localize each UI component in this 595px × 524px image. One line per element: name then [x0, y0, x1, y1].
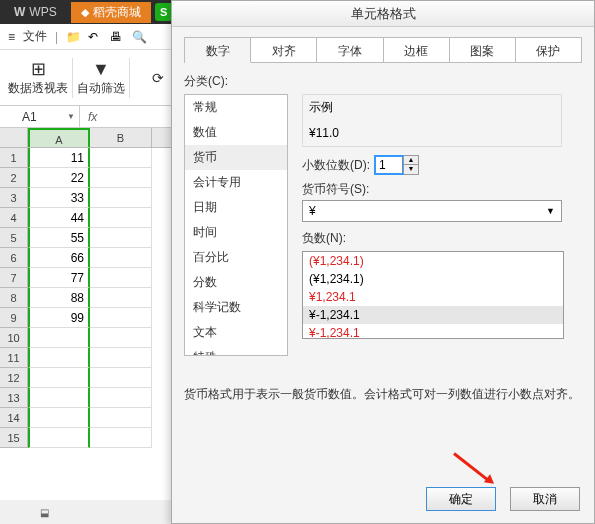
wps-brand[interactable]: W WPS: [4, 3, 67, 21]
dialog-tab[interactable]: 字体: [317, 38, 383, 62]
cell[interactable]: [90, 208, 152, 228]
undo-icon[interactable]: ↶: [88, 30, 102, 44]
row-header[interactable]: 2: [0, 168, 27, 188]
name-box[interactable]: A1 ▼: [0, 106, 80, 127]
cell[interactable]: [90, 388, 152, 408]
cell[interactable]: [90, 348, 152, 368]
cell[interactable]: [28, 328, 90, 348]
row-header[interactable]: 4: [0, 208, 27, 228]
cell[interactable]: [28, 368, 90, 388]
select-all-corner[interactable]: [0, 128, 28, 148]
cell[interactable]: 99: [28, 308, 90, 328]
cell[interactable]: [90, 268, 152, 288]
separator: [129, 58, 130, 98]
cell[interactable]: 11: [28, 148, 90, 168]
cell[interactable]: [90, 288, 152, 308]
cell[interactable]: 77: [28, 268, 90, 288]
cell[interactable]: 22: [28, 168, 90, 188]
category-item[interactable]: 数值: [185, 120, 287, 145]
cell[interactable]: 66: [28, 248, 90, 268]
decimals-input[interactable]: [375, 156, 403, 174]
ok-button[interactable]: 确定: [426, 487, 496, 511]
dialog-tab[interactable]: 保护: [516, 38, 581, 62]
category-item[interactable]: 科学记数: [185, 295, 287, 320]
dialog-tab[interactable]: 图案: [450, 38, 516, 62]
hamburger-icon[interactable]: ≡: [8, 30, 15, 44]
cancel-button[interactable]: 取消: [510, 487, 580, 511]
mall-button[interactable]: ◆ 稻壳商城: [71, 2, 151, 23]
negative-format-item[interactable]: (¥1,234.1): [303, 252, 563, 270]
cell[interactable]: [90, 148, 152, 168]
row-header[interactable]: 1: [0, 148, 27, 168]
symbol-label: 货币符号(S):: [302, 181, 369, 198]
separator: [72, 58, 73, 98]
category-item[interactable]: 货币: [185, 145, 287, 170]
negative-format-item[interactable]: ¥-1,234.1: [303, 306, 563, 324]
cell[interactable]: [90, 248, 152, 268]
print-icon[interactable]: 🖶: [110, 30, 124, 44]
cell[interactable]: [90, 368, 152, 388]
spin-down-icon[interactable]: ▼: [404, 165, 418, 174]
cell[interactable]: [90, 188, 152, 208]
row-header[interactable]: 8: [0, 288, 27, 308]
decimals-label: 小数位数(D):: [302, 157, 370, 174]
fx-icon[interactable]: fx: [80, 110, 105, 124]
category-list[interactable]: 常规数值货币会计专用日期时间百分比分数科学记数文本特殊自定义: [184, 94, 288, 356]
cell[interactable]: [90, 228, 152, 248]
row-header[interactable]: 11: [0, 348, 27, 368]
negative-format-item[interactable]: ¥1,234.1: [303, 288, 563, 306]
scrollbar-icon[interactable]: ⬓: [40, 507, 49, 518]
cell[interactable]: 33: [28, 188, 90, 208]
chevron-down-icon[interactable]: ▼: [546, 206, 555, 216]
cell[interactable]: 55: [28, 228, 90, 248]
negative-format-item[interactable]: ¥-1,234.1: [303, 324, 563, 342]
spin-up-icon[interactable]: ▲: [404, 156, 418, 165]
cell[interactable]: 44: [28, 208, 90, 228]
category-item[interactable]: 日期: [185, 195, 287, 220]
example-value: ¥11.0: [305, 122, 559, 144]
chevron-down-icon[interactable]: ▼: [67, 112, 75, 121]
cell[interactable]: [28, 388, 90, 408]
cell[interactable]: [28, 428, 90, 448]
cell[interactable]: [90, 428, 152, 448]
dialog-tab[interactable]: 对齐: [251, 38, 317, 62]
row-header[interactable]: 15: [0, 428, 27, 448]
cell[interactable]: [28, 348, 90, 368]
category-item[interactable]: 特殊: [185, 345, 287, 356]
file-menu[interactable]: 文件: [23, 28, 47, 45]
dialog-tab[interactable]: 数字: [185, 38, 251, 63]
cell[interactable]: [90, 328, 152, 348]
category-item[interactable]: 文本: [185, 320, 287, 345]
pivot-button[interactable]: ⊞ 数据透视表: [8, 54, 68, 101]
folder-icon[interactable]: 📁: [66, 30, 80, 44]
negative-format-item[interactable]: (¥1,234.1): [303, 270, 563, 288]
cell[interactable]: 88: [28, 288, 90, 308]
col-header[interactable]: B: [90, 128, 152, 147]
dialog-tab[interactable]: 边框: [384, 38, 450, 62]
row-header[interactable]: 9: [0, 308, 27, 328]
category-item[interactable]: 会计专用: [185, 170, 287, 195]
row-header[interactable]: 10: [0, 328, 27, 348]
row-header[interactable]: 7: [0, 268, 27, 288]
preview-icon[interactable]: 🔍: [132, 30, 146, 44]
row-header[interactable]: 12: [0, 368, 27, 388]
col-header[interactable]: A: [28, 128, 90, 147]
row-header[interactable]: 3: [0, 188, 27, 208]
cell[interactable]: [90, 308, 152, 328]
currency-symbol-select[interactable]: ¥ ▼: [302, 200, 562, 222]
row-header[interactable]: 5: [0, 228, 27, 248]
category-item[interactable]: 时间: [185, 220, 287, 245]
negative-format-list[interactable]: (¥1,234.1)(¥1,234.1)¥1,234.1¥-1,234.1¥-1…: [302, 251, 564, 339]
cell[interactable]: [90, 168, 152, 188]
decimals-spinner[interactable]: ▲ ▼: [374, 155, 419, 175]
row-header[interactable]: 14: [0, 408, 27, 428]
cell[interactable]: [28, 408, 90, 428]
cell[interactable]: [90, 408, 152, 428]
category-item[interactable]: 常规: [185, 95, 287, 120]
doc-icon[interactable]: S: [155, 3, 173, 21]
row-header[interactable]: 6: [0, 248, 27, 268]
filter-button[interactable]: ▼ 自动筛选: [77, 54, 125, 101]
category-item[interactable]: 百分比: [185, 245, 287, 270]
category-item[interactable]: 分数: [185, 270, 287, 295]
row-header[interactable]: 13: [0, 388, 27, 408]
